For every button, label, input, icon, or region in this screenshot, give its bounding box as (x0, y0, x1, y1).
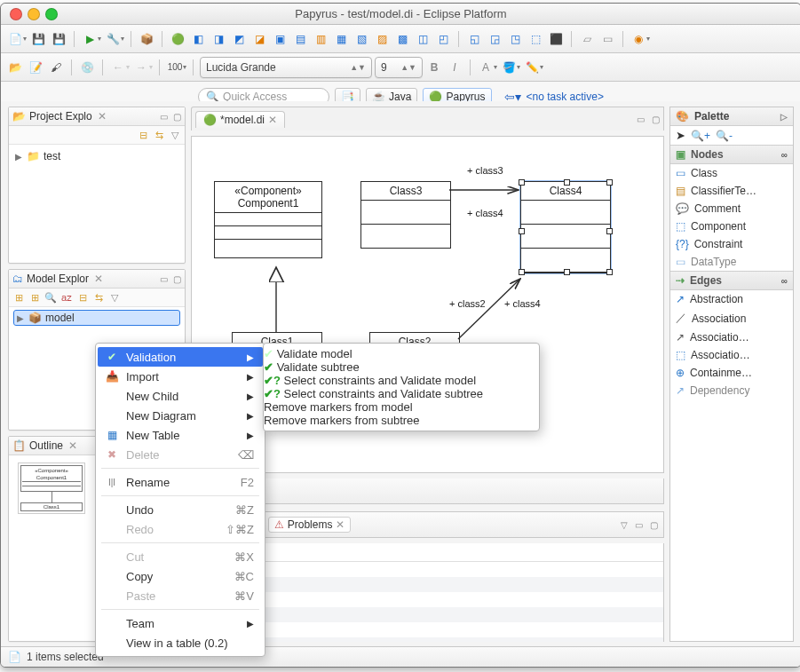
marquee-zoom-in-icon[interactable]: 🔍+ (691, 130, 710, 142)
menu-team[interactable]: Team ▶ (96, 613, 265, 633)
palette-item-containment[interactable]: ⊕Containme… (670, 364, 793, 382)
uml-tool-3[interactable]: ◩ (230, 30, 248, 48)
palette-item-association[interactable]: ／Association (670, 308, 793, 328)
uml-tool-6[interactable]: ▤ (291, 30, 309, 48)
menu-validation[interactable]: ✔ Validation ▶ (98, 347, 263, 367)
palette-item-dependency[interactable]: ↗Dependency (670, 382, 793, 399)
save-button[interactable]: 💾 (29, 30, 47, 48)
papyrus-button[interactable]: 🟢 (169, 30, 186, 48)
save-all-button[interactable]: 💾 (50, 30, 67, 48)
uml-tool-11[interactable]: ▩ (393, 30, 411, 48)
link-editor-icon[interactable]: ⇆ (153, 129, 165, 141)
minimize-icon[interactable]: ▭ (160, 274, 168, 284)
menu-new-table[interactable]: ▦ New Table ▶ (96, 425, 265, 445)
palette-item-constraint[interactable]: {?}Constraint (670, 235, 793, 253)
editor-minimize-icon[interactable]: ▭ (637, 115, 645, 124)
palette-item-association2[interactable]: ↗Associatio… (670, 328, 793, 346)
font-color-button[interactable]: A (477, 59, 495, 76)
select-tool-icon[interactable]: ➤ (676, 129, 685, 142)
maximize-icon[interactable]: ▢ (173, 112, 181, 122)
open-folder-button[interactable]: 📂 (6, 59, 24, 76)
submenu-select-subtree[interactable]: ✔? Select constraints and Validate subtr… (264, 387, 539, 400)
close-icon[interactable]: ✕ (98, 110, 107, 123)
uml-tool-13[interactable]: ◰ (434, 30, 452, 48)
disc-button[interactable]: 💿 (78, 59, 96, 76)
line-color-button[interactable]: ✏️ (523, 59, 541, 76)
submenu-remove-model[interactable]: Remove markers from model (264, 400, 539, 414)
brush-button[interactable]: 🖌 (47, 59, 65, 76)
uml-tool-10[interactable]: ▨ (373, 30, 391, 48)
menu-new-diagram[interactable]: New Diagram ▶ (96, 406, 265, 425)
minimize-icon[interactable]: ▭ (160, 112, 168, 122)
view-menu-icon[interactable]: ▽ (169, 129, 181, 141)
uml-tool-14[interactable]: ◱ (465, 30, 483, 48)
uml-tool-4[interactable]: ◪ (250, 30, 268, 48)
minimize-icon[interactable]: ▭ (635, 520, 643, 530)
maximize-icon[interactable]: ▢ (650, 520, 658, 530)
palette-item-association3[interactable]: ⬚Associatio… (670, 346, 793, 364)
submenu-validate-model[interactable]: ✔ Validate model (264, 347, 539, 360)
font-select[interactable]: Lucida Grande ▲▼ (200, 57, 372, 78)
collapse-all-icon[interactable]: ⊟ (137, 129, 149, 141)
close-icon[interactable]: ✕ (94, 273, 103, 285)
uml-tool-2[interactable]: ◨ (210, 30, 227, 48)
forward-button[interactable]: → (132, 59, 150, 76)
close-tab-icon[interactable]: ✕ (268, 114, 277, 126)
menu-delete[interactable]: ✖ Delete ⌫ (96, 445, 265, 464)
uml-tool-16[interactable]: ◳ (506, 30, 524, 48)
uml-tool-18[interactable]: ⬛ (547, 30, 565, 48)
marquee-zoom-out-icon[interactable]: 🔍- (716, 130, 733, 142)
menu-rename[interactable]: I|I Rename F2 (96, 472, 265, 492)
uml-tool-12[interactable]: ◫ (414, 30, 432, 48)
menu-redo[interactable]: Redo ⇧⌘Z (96, 519, 265, 539)
menu-cut[interactable]: Cut ⌘X (96, 547, 265, 566)
uml-tool-19[interactable]: ▱ (578, 30, 596, 48)
menu-copy[interactable]: Copy ⌘C (96, 566, 265, 586)
menu-undo[interactable]: Undo ⌘Z (96, 500, 265, 519)
uml-tool-9[interactable]: ▧ (352, 30, 370, 48)
uml-tool-8[interactable]: ▦ (332, 30, 350, 48)
uml-tool-1[interactable]: ◧ (189, 30, 207, 48)
editor-maximize-icon[interactable]: ▢ (652, 115, 660, 124)
zoom-100-button[interactable]: 100 (166, 59, 184, 76)
view-menu-icon[interactable]: ▽ (108, 291, 121, 304)
edit-button[interactable]: 📝 (27, 59, 44, 76)
palette-item-classifier[interactable]: ▤ClassifierTe… (670, 182, 793, 200)
menu-import[interactable]: 📥 Import ▶ (96, 367, 265, 386)
tree-item-model[interactable]: ▶ 📦 model (14, 311, 179, 325)
palette-section-edges[interactable]: ⇢ Edges ∞ (670, 271, 793, 290)
palette-item-comment[interactable]: 💬Comment (670, 200, 793, 217)
close-icon[interactable]: ✕ (336, 518, 345, 531)
me-tool-3[interactable]: ⊟ (76, 291, 89, 304)
bold-button[interactable]: B (425, 59, 443, 76)
palette-item-component[interactable]: ⬚Component (670, 217, 793, 235)
italic-button[interactable]: I (446, 59, 463, 76)
font-size-select[interactable]: 9 ▲▼ (375, 57, 423, 78)
problems-tab[interactable]: ⚠ Problems ✕ (268, 517, 352, 533)
task-button[interactable]: ◉ (630, 30, 647, 48)
view-menu-icon[interactable]: ▽ (621, 520, 628, 530)
editor-tab[interactable]: 🟢 *model.di ✕ (195, 111, 285, 128)
menu-paste[interactable]: Paste ⌘V (96, 586, 265, 605)
palette-section-nodes[interactable]: ▣ Nodes ∞ (670, 145, 793, 164)
palette-item-abstraction[interactable]: ↗Abstraction (670, 290, 793, 308)
debug-dropdown-button[interactable]: 🔧 (104, 30, 122, 48)
submenu-select-model[interactable]: ✔? Select constraints and Validate model (264, 374, 539, 387)
uml-tool-15[interactable]: ◲ (486, 30, 503, 48)
palette-item-class[interactable]: ▭Class (670, 164, 793, 182)
link-editor-icon[interactable]: ⇆ (92, 291, 105, 304)
menu-view-table[interactable]: View in a table (0.2) (96, 633, 265, 652)
run-button[interactable]: ▶ (81, 30, 99, 48)
tree-item-test[interactable]: ▶ 📁 test (14, 148, 179, 164)
menu-new-child[interactable]: New Child ▶ (96, 386, 265, 406)
uml-tool-7[interactable]: ▥ (312, 30, 329, 48)
uml-tool-17[interactable]: ⬚ (527, 30, 544, 48)
new-button[interactable]: 📄 (6, 30, 24, 48)
submenu-remove-subtree[interactable]: Remove markers from subtree (264, 414, 539, 427)
close-icon[interactable]: ✕ (68, 439, 77, 452)
maximize-icon[interactable]: ▢ (173, 274, 181, 284)
submenu-validate-subtree[interactable]: ✔ Validate subtree (264, 360, 539, 374)
sort-icon[interactable]: aᴢ (60, 291, 73, 304)
uml-tool-20[interactable]: ▭ (598, 30, 616, 48)
palette-arrow-icon[interactable]: ▷ (780, 112, 788, 122)
